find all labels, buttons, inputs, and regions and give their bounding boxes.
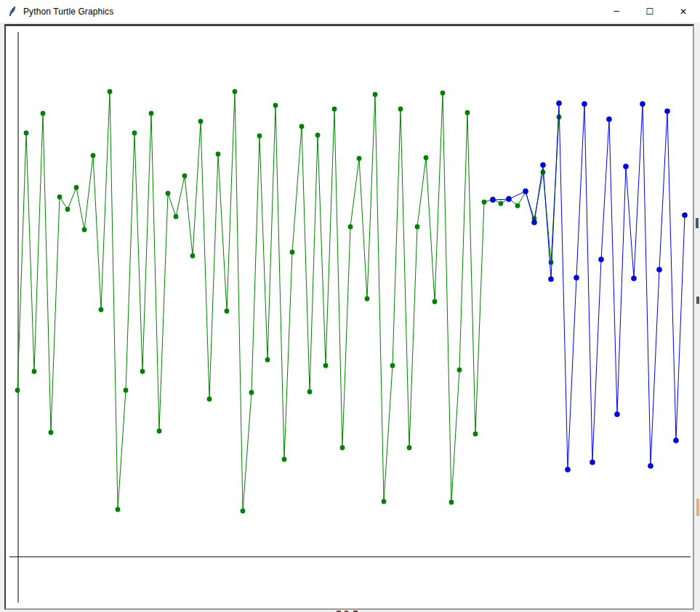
blue-series-point: [606, 116, 612, 122]
green-series-point: [132, 131, 137, 136]
blue-series-point: [574, 275, 579, 281]
blue-series-point: [540, 162, 546, 168]
blue-series-point: [490, 197, 496, 203]
green-series-point: [233, 89, 238, 94]
green-series-point: [332, 107, 337, 112]
blue-series-point: [640, 101, 645, 107]
green-series-point: [116, 507, 121, 512]
green-series-point: [190, 254, 196, 259]
green-series-point: [216, 152, 221, 157]
blue-series-point: [623, 164, 629, 169]
maximize-button[interactable]: ☐: [633, 0, 667, 23]
screen-artifact: [696, 218, 699, 228]
green-series-line: [17, 92, 559, 511]
green-series-point: [273, 103, 278, 108]
window-title: Python Turtle Graphics: [23, 7, 113, 17]
green-series-point: [65, 207, 71, 212]
green-series-point: [99, 307, 104, 313]
green-series-point: [207, 397, 212, 402]
blue-series-point: [548, 276, 554, 282]
screen-artifact: [696, 499, 699, 516]
blue-series-point: [531, 220, 537, 225]
green-series-point: [140, 369, 145, 374]
green-series-point: [499, 201, 504, 206]
green-series-point: [398, 107, 403, 112]
blue-series-point: [565, 467, 571, 472]
green-series-point: [108, 89, 113, 94]
green-series-point: [225, 309, 230, 314]
window-controls: ─ ☐ ✕: [600, 0, 700, 23]
green-series-point: [457, 368, 462, 373]
green-series-point: [290, 250, 295, 255]
blue-series-point: [631, 275, 637, 281]
green-series-point: [149, 111, 154, 116]
blue-series-line: [493, 103, 685, 470]
close-button[interactable]: ✕: [667, 0, 700, 23]
blue-series-point: [556, 100, 562, 106]
green-series-point: [390, 363, 395, 369]
green-series-point: [241, 509, 246, 514]
green-series-point: [41, 111, 46, 116]
minimize-button[interactable]: ─: [600, 0, 633, 23]
green-series-point: [74, 185, 79, 190]
green-series-point: [174, 214, 179, 220]
green-series-point: [357, 156, 362, 161]
screen-artifact: [696, 297, 699, 304]
green-series-point: [415, 225, 420, 230]
green-series-point: [323, 363, 329, 369]
green-series-point: [265, 358, 270, 363]
green-series-point: [373, 92, 378, 97]
green-series-point: [15, 388, 20, 393]
blue-series-point: [590, 459, 595, 465]
green-series-point: [49, 430, 54, 435]
green-series-point: [549, 260, 554, 265]
green-series-point: [82, 228, 87, 233]
blue-series-point: [598, 257, 604, 262]
green-series-point: [257, 134, 262, 139]
green-series-point: [482, 200, 487, 205]
green-series-point: [465, 110, 470, 116]
green-series-point: [166, 191, 171, 196]
blue-series-point: [506, 196, 512, 202]
green-series-point: [315, 133, 321, 138]
blue-series-point: [648, 463, 653, 469]
green-series-point: [299, 124, 305, 129]
green-series-point: [449, 500, 454, 505]
green-series-point: [365, 297, 370, 302]
green-series-point: [424, 156, 429, 161]
green-series-point: [282, 457, 287, 462]
green-series-point: [473, 432, 478, 437]
green-series-point: [57, 195, 63, 200]
green-series-point: [348, 225, 353, 230]
app-window: Python Turtle Graphics ─ ☐ ✕: [0, 0, 700, 612]
green-series-point: [433, 299, 438, 305]
green-series-point: [91, 153, 96, 158]
green-series-point: [407, 446, 412, 451]
blue-series-point: [673, 438, 679, 443]
blue-series-point: [664, 108, 670, 114]
green-series-point: [182, 174, 188, 179]
python-tk-feather-icon: [7, 6, 18, 17]
green-series-point: [382, 499, 387, 504]
green-series-point: [32, 369, 37, 374]
blue-series-point: [582, 101, 587, 107]
blue-series-point: [523, 188, 528, 194]
green-series-point: [124, 388, 129, 393]
green-series-point: [307, 390, 313, 395]
green-series-point: [198, 119, 204, 124]
titlebar: Python Turtle Graphics ─ ☐ ✕: [0, 0, 700, 23]
green-series-point: [24, 131, 29, 136]
blue-series-point: [682, 212, 688, 218]
green-series-point: [515, 204, 520, 209]
turtle-plot: [6, 26, 691, 606]
green-series-point: [440, 91, 446, 96]
blue-series-point: [614, 411, 620, 417]
green-series-point: [340, 446, 345, 451]
green-series-point: [249, 390, 254, 395]
blue-series-point: [656, 267, 662, 273]
green-series-point: [157, 429, 162, 434]
